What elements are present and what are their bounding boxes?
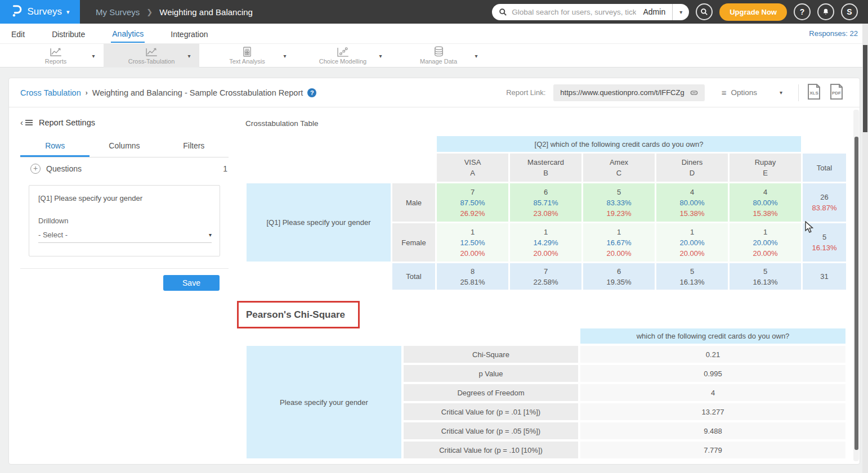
save-button[interactable]: Save	[163, 275, 220, 291]
crosstab-row-label: Male	[392, 183, 435, 222]
svg-text:XLS: XLS	[809, 91, 818, 96]
line-chart-icon	[145, 47, 158, 57]
breadcrumb: My Surveys ❯ Weighting and Balancing	[96, 7, 253, 17]
toolbar-tab-caret-icon[interactable]: ▾	[471, 44, 482, 67]
chevron-right-icon: ›	[86, 89, 88, 97]
questions-label: Questions	[46, 164, 82, 173]
report-settings-header: ‹ Report Settings	[20, 118, 95, 127]
crosstab-row-total-cell: 516.13%	[803, 223, 846, 262]
report-title: Weighting and Balancing - Sample Crossta…	[92, 88, 303, 97]
chi-square-heading: Pearson's Chi-Square	[246, 309, 345, 321]
report-settings-title: Report Settings	[39, 118, 95, 127]
question-text: [Q1] Please specify your gender	[38, 194, 211, 202]
chi-stat-label: Degrees of Freedom	[404, 384, 578, 401]
search-scope-dropdown[interactable]: ▾	[672, 4, 689, 20]
crosstab-data-cell: 685.71%23.08%	[510, 183, 581, 222]
line-chart-icon	[50, 47, 62, 57]
toolbar-tab-label: Reports	[45, 58, 67, 65]
settings-tabs: RowsColumnsFilters	[20, 137, 229, 157]
breadcrumb-survey-name: Weighting and Balancing	[159, 7, 253, 17]
search-input[interactable]	[512, 8, 636, 16]
chi-stat-label: Critical Value for (p = .05 [5%])	[404, 422, 578, 439]
crosstab-data-cell: 120.00%20.00%	[656, 223, 728, 262]
search-icon	[499, 8, 507, 16]
cross-tabulation-link[interactable]: Cross Tabulation	[20, 88, 81, 97]
crosstab-col-header: VISAA	[437, 154, 508, 182]
questions-row: + Questions 1	[30, 164, 227, 174]
options-caret-icon[interactable]: ▾	[780, 89, 782, 96]
export-pdf-button[interactable]: PDF	[829, 83, 844, 102]
add-question-icon[interactable]: +	[30, 164, 41, 174]
database-icon	[433, 47, 444, 57]
crosstab-total-col-header: Total	[803, 154, 846, 182]
collapse-panel-icon[interactable]: ‹	[20, 118, 33, 127]
nav-tab-integration[interactable]: Integration	[169, 25, 209, 42]
options-label: Options	[731, 88, 757, 97]
crosstab-totals-cell: 619.35%	[583, 263, 655, 290]
report-help-icon[interactable]: ?	[307, 88, 316, 97]
breadcrumb-my-surveys[interactable]: My Surveys	[96, 7, 140, 17]
top-bar: Surveys ▾ My Surveys ❯ Weighting and Bal…	[0, 0, 868, 24]
page-scrollbar-thumb[interactable]	[863, 45, 867, 132]
options-dropdown[interactable]: ≡ Options	[713, 88, 757, 97]
crosstab-data-cell: 583.33%19.23%	[583, 183, 655, 222]
search-button[interactable]	[696, 3, 713, 20]
question-card: [Q1] Please specify your gender Drilldow…	[29, 185, 220, 256]
bell-icon	[822, 8, 830, 16]
crosstab-totals-cell: 516.13%	[730, 263, 801, 290]
toolbar-tab-label: Cross-Tabulation	[128, 58, 175, 65]
crosstab-data-cell: 114.29%20.00%	[510, 223, 581, 262]
help-button[interactable]: ?	[794, 3, 811, 20]
settings-tab-rows[interactable]: Rows	[20, 137, 90, 157]
report-link-label: Report Link:	[506, 88, 545, 97]
toolbar-tab-caret-icon[interactable]: ▾	[184, 44, 195, 67]
nav-tab-distribute[interactable]: Distribute	[51, 25, 86, 42]
toolbar-tab-caret-icon[interactable]: ▾	[279, 44, 290, 67]
divider	[798, 84, 799, 101]
chi-square-table: which of the following credit cards do y…	[247, 328, 845, 458]
chi-stat-label: p Value	[404, 365, 578, 382]
crosstab-data-cell: 480.00%15.38%	[730, 183, 801, 222]
toolbar-tab-caret-icon[interactable]: ▾	[88, 44, 99, 67]
upgrade-now-button[interactable]: Upgrade Now	[719, 3, 787, 21]
crosstab-row-label: Female	[392, 223, 435, 262]
link-icon[interactable]	[689, 88, 699, 98]
chi-stat-label: Critical Value for (p = .10 [10%])	[404, 442, 578, 458]
question-mark-icon: ?	[800, 7, 805, 16]
chi-stat-value: 0.995	[580, 365, 845, 382]
report-url[interactable]: https://www.questionpro.com/t/lFFCZg	[560, 88, 684, 97]
avatar-initial: S	[847, 7, 852, 16]
chi-stat-label: Chi-Square	[404, 346, 578, 363]
nav-tab-edit[interactable]: Edit	[10, 25, 26, 42]
crosstab-grand-total-cell: 31	[803, 263, 846, 290]
settings-tab-filters[interactable]: Filters	[159, 137, 229, 157]
crosstab-col-header: AmexC	[583, 154, 655, 182]
crosstab-table: [Q2] which of the following credit cards…	[247, 136, 846, 290]
chi-stat-value: 4	[580, 384, 845, 401]
user-avatar[interactable]: S	[841, 3, 858, 20]
inner-scrollbar-thumb[interactable]	[854, 137, 858, 450]
brand-menu[interactable]: Surveys ▾	[0, 0, 80, 24]
crosstab-data-cell: 787.50%26.92%	[437, 183, 508, 222]
top-bar-actions: Admin ▾ Upgrade Now ? S	[492, 3, 868, 21]
crosstab-totals-row-label: Total	[392, 263, 435, 290]
export-xls-button[interactable]: XLS	[807, 83, 821, 102]
chevron-down-icon: ▾	[679, 9, 682, 15]
crosstab-col-header: MastercardB	[510, 154, 581, 182]
toolbar-tab-caret-icon[interactable]: ▾	[375, 44, 386, 67]
drilldown-select[interactable]: - Select - ▾	[38, 231, 212, 243]
chi-square-highlight-box: Pearson's Chi-Square	[237, 301, 360, 328]
nav-tab-analytics[interactable]: Analytics	[111, 25, 145, 43]
global-search: Admin ▾	[492, 4, 689, 20]
chi-stat-value: 0.21	[580, 346, 845, 363]
toolbar-tab-label: Choice Modelling	[319, 58, 366, 65]
drilldown-label: Drilldown	[38, 217, 211, 225]
crosstab-data-cell: 480.00%15.38%	[656, 183, 728, 222]
chi-stat-label: Critical Value for (p = .01 [1%])	[404, 403, 578, 420]
questions-count: 1	[223, 164, 227, 173]
settings-tab-columns[interactable]: Columns	[90, 137, 159, 157]
notifications-button[interactable]	[817, 3, 834, 20]
list-icon: ≡	[722, 88, 727, 97]
crosstab-data-cell: 120.00%20.00%	[730, 223, 801, 262]
chevron-down-icon: ▾	[66, 9, 70, 15]
